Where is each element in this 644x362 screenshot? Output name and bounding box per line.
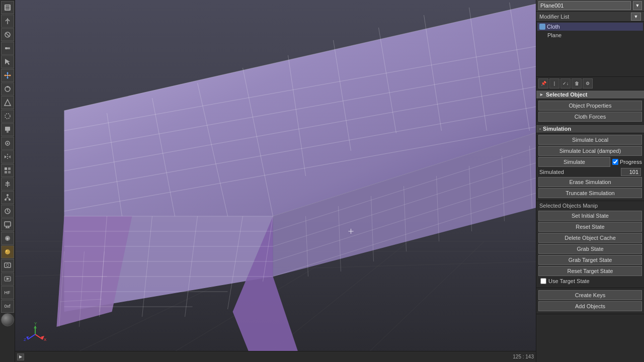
svg-point-36: [5, 199, 7, 201]
modifier-list-label: Modifier List: [539, 14, 569, 20]
modifier-cloth-item[interactable]: Cloth: [537, 23, 643, 31]
delete-object-cache-btn[interactable]: Delete Object Cache: [538, 233, 642, 243]
simulation-arrow: -: [539, 126, 541, 131]
stack-pin-btn[interactable]: 📌: [538, 78, 548, 88]
svg-marker-19: [5, 100, 11, 106]
toolbar-align-btn[interactable]: [1, 177, 14, 191]
svg-point-24: [7, 143, 8, 144]
simulate-row: Simulate Progress: [538, 157, 642, 167]
viewport[interactable]: X Y Z ▶ 125 : 143: [15, 0, 536, 362]
viewport-bottom-bar: ▶ 125 : 143: [15, 351, 536, 362]
toolbar-motion-btn[interactable]: [1, 205, 14, 218]
simulate-local-damped-btn[interactable]: Simulate Local (damped): [538, 146, 642, 156]
use-target-state-label: Use Target State: [548, 278, 590, 284]
progress-checkbox[interactable]: [612, 159, 618, 165]
stack-make-unique-btn[interactable]: ✓↓: [560, 78, 571, 88]
toolbar-paint-btn[interactable]: [1, 123, 14, 136]
toolbar-array-btn[interactable]: [1, 164, 14, 177]
cloth-panel: ► Selected Object Object Properties Clot…: [536, 90, 644, 314]
grab-state-btn[interactable]: Grab State: [538, 244, 642, 254]
toolbar-sphere-btn[interactable]: [1, 313, 14, 326]
svg-rect-31: [8, 171, 11, 173]
cloth-visibility-icon[interactable]: [539, 24, 545, 30]
simulation-section-header[interactable]: - Simulation: [536, 125, 644, 133]
svg-line-39: [6, 198, 8, 199]
manip-content: Set Initial State Reset State Delete Obj…: [536, 209, 644, 288]
svg-point-20: [5, 114, 10, 119]
svg-rect-28: [5, 167, 7, 170]
simulate-btn[interactable]: Simulate: [538, 157, 610, 167]
modifier-plane-item[interactable]: Plane: [537, 31, 643, 39]
toolbar-material-btn[interactable]: [1, 245, 14, 258]
reset-target-state-btn[interactable]: Reset Target State: [538, 266, 642, 276]
simulate-local-btn[interactable]: Simulate Local: [538, 135, 642, 145]
modifier-stack: Cloth Plane: [536, 22, 644, 77]
create-keys-btn[interactable]: Create Keys: [538, 290, 642, 300]
keys-content: Create Keys Add Objects: [536, 288, 644, 314]
cloth-mesh-canvas: [15, 0, 536, 362]
toolbar-hierarchy-btn[interactable]: [1, 191, 14, 204]
modifier-list-dropdown[interactable]: ▼: [631, 13, 641, 21]
add-objects-btn[interactable]: Add Objects: [538, 301, 642, 311]
toolbar-0xf-btn[interactable]: 0xf: [1, 300, 14, 313]
toolbar-hf-btn[interactable]: HF: [1, 286, 14, 299]
modifier-list-header: Modifier List ▼: [536, 12, 644, 22]
toolbar-select-btn[interactable]: [1, 55, 14, 68]
manip-label: Selected Objects Manip: [539, 203, 598, 209]
svg-rect-29: [8, 167, 11, 170]
toolbar-scale-btn[interactable]: [1, 96, 14, 109]
object-name-input[interactable]: [538, 1, 631, 10]
svg-rect-2: [6, 7, 10, 8]
toolbar-display-btn[interactable]: [1, 218, 14, 231]
simulated-row: Simulated 101: [538, 168, 642, 176]
simulated-value: 101: [621, 168, 641, 176]
erase-simulation-btn[interactable]: Erase Simulation: [538, 177, 642, 187]
toolbar-render-setup-btn[interactable]: [1, 259, 14, 272]
svg-point-35: [7, 194, 9, 196]
stack-configure-btn[interactable]: ⚙: [583, 78, 593, 88]
simulation-content: Simulate Local Simulate Local (damped) S…: [536, 133, 644, 201]
svg-rect-34: [5, 185, 10, 186]
toolbar-move-btn[interactable]: [1, 69, 14, 82]
cloth-modifier-name: Cloth: [547, 24, 560, 30]
stack-toolbar: 📌 | ✓↓ 🗑 ⚙: [536, 77, 644, 90]
toolbar-link-btn[interactable]: [1, 15, 14, 28]
reset-state-btn[interactable]: Reset State: [538, 222, 642, 232]
plane-label: Plane: [547, 32, 561, 38]
grab-target-state-btn[interactable]: Grab Target State: [538, 255, 642, 265]
svg-marker-16: [10, 74, 11, 76]
coord-display: 125 : 143: [513, 354, 534, 359]
toolbar-render-btn[interactable]: [1, 273, 14, 286]
svg-point-37: [9, 199, 11, 201]
toolbar-menu-btn[interactable]: [1, 1, 14, 14]
svg-rect-33: [6, 183, 10, 184]
progress-label: Progress: [620, 159, 642, 165]
toolbar-lasso-btn[interactable]: [1, 110, 14, 123]
svg-line-40: [8, 198, 10, 199]
svg-rect-21: [5, 127, 10, 131]
toolbar-mirror-btn[interactable]: [1, 150, 14, 163]
stack-remove-btn[interactable]: 🗑: [572, 78, 582, 88]
toolbar-rotate-btn[interactable]: [1, 82, 14, 96]
svg-rect-50: [5, 263, 11, 267]
object-properties-btn[interactable]: Object Properties: [538, 101, 642, 111]
cloth-forces-btn[interactable]: Cloth Forces: [538, 112, 642, 122]
svg-marker-10: [5, 59, 10, 65]
stack-show-end-result-btn[interactable]: |: [549, 78, 559, 88]
simulation-label: Simulation: [543, 126, 571, 132]
toolbar-utilities-btn[interactable]: ?: [1, 232, 14, 245]
toolbar-unlink-btn[interactable]: [1, 28, 14, 41]
manip-header: Selected Objects Manip: [536, 201, 644, 209]
set-initial-state-btn[interactable]: Set Initial State: [538, 211, 642, 221]
play-button[interactable]: ▶: [17, 353, 24, 360]
truncate-simulation-btn[interactable]: Truncate Simulation: [538, 188, 642, 198]
svg-point-48: [5, 249, 10, 254]
toolbar-bind-btn[interactable]: [1, 42, 14, 55]
selected-object-section-header[interactable]: ► Selected Object: [536, 90, 644, 99]
axis-gizmo: X Y Z: [23, 322, 48, 348]
svg-marker-13: [7, 72, 9, 73]
use-target-state-checkbox[interactable]: [540, 278, 546, 284]
object-name-dropdown[interactable]: ▼: [633, 1, 642, 10]
toolbar-snap-btn[interactable]: [1, 137, 14, 150]
svg-text:X: X: [44, 337, 47, 342]
